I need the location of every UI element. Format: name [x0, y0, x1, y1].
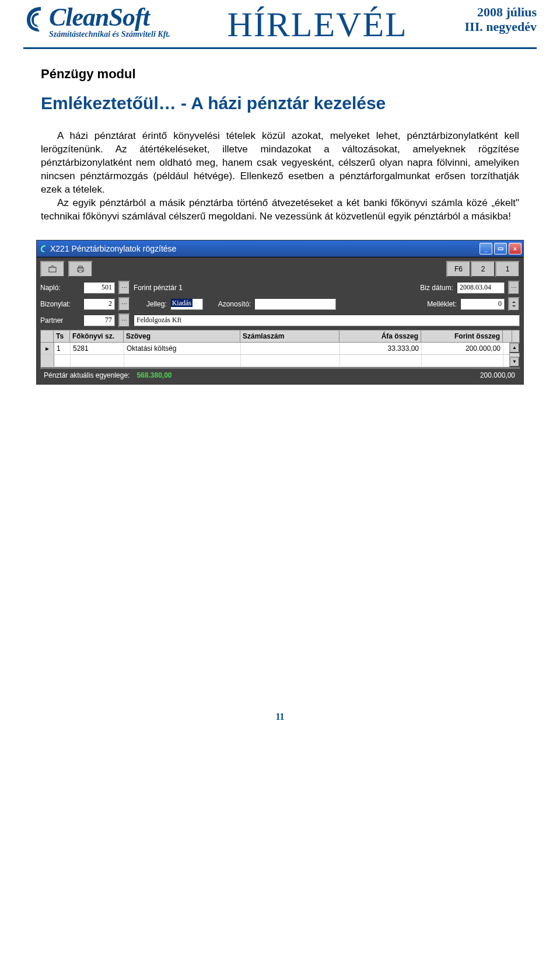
total-value: 200.000,00	[475, 369, 520, 382]
biz-datum-input[interactable]	[457, 282, 505, 294]
naplo-picker[interactable]: ⋯	[118, 281, 130, 295]
scroll-down-icon[interactable]: ▼	[509, 357, 520, 367]
grid-header-scroll	[503, 330, 512, 342]
melleklet-input[interactable]	[460, 298, 505, 310]
cell-ts[interactable]: 1	[54, 343, 71, 354]
view-1-button[interactable]: 1	[495, 261, 520, 277]
grid-header-szoveg[interactable]: Szöveg	[124, 330, 240, 342]
grid-header-marker[interactable]	[41, 330, 54, 342]
issue-info: 2008 július III. negyedév	[465, 5, 537, 34]
page-header: CleanSoft Számítástechnikai és Számvitel…	[23, 0, 537, 49]
bizonylat-input[interactable]	[83, 298, 115, 310]
issue-quarter: III. negyedév	[465, 19, 537, 34]
cell-szamlaszam[interactable]	[241, 343, 340, 354]
grid-header-fokonyvi[interactable]: Főkönyvi sz.	[70, 330, 124, 342]
module-heading: Pénzügy modul	[41, 67, 519, 82]
article-title: Emlékeztetőül… - A házi pénztár kezelése	[41, 93, 519, 113]
row-marker-icon	[41, 355, 54, 367]
brand-name: CleanSoft	[49, 5, 170, 30]
cell-forint[interactable]: 200.000,00	[422, 343, 503, 354]
newsletter-headline: HÍRLEVÉL	[227, 5, 407, 45]
partner-input[interactable]	[83, 315, 115, 326]
azonosito-input[interactable]	[254, 298, 336, 310]
row-marker-icon: ▸	[41, 343, 54, 354]
label-bizonylat: Bizonylat:	[40, 300, 80, 308]
grid-footer: Pénztár aktuális egyenlege: 568.380,00 2…	[40, 368, 520, 382]
balance-value: 568.380,00	[133, 369, 175, 382]
svg-rect-3	[79, 270, 82, 272]
cell-afa[interactable]: 33.333,00	[340, 343, 422, 354]
partner-picker[interactable]: ⋯	[118, 313, 130, 327]
window-titlebar[interactable]: X221 Pénztárbizonylatok rögzítése _ ▭ ×	[37, 240, 523, 257]
table-row[interactable]	[41, 355, 509, 367]
page-number: 11	[0, 712, 560, 722]
grid-header-szamlaszam[interactable]: Számlaszám	[240, 330, 340, 342]
naplo-input[interactable]	[83, 282, 115, 294]
label-jelleg: Jelleg:	[146, 300, 167, 308]
close-button[interactable]: ×	[509, 243, 522, 254]
cell-fokonyvi[interactable]: 5281	[71, 343, 124, 354]
label-naplo: Napló:	[40, 284, 80, 292]
print-button[interactable]	[68, 261, 93, 277]
view-2-button[interactable]: 2	[471, 261, 495, 277]
logo: CleanSoft Számítástechnikai és Számvitel…	[23, 5, 170, 39]
scroll-up-icon[interactable]: ▲	[509, 343, 520, 353]
label-melleklet: Melléklet:	[427, 300, 457, 308]
article-body: Pénzügy modul Emlékeztetőül… - A házi pé…	[41, 67, 519, 224]
paragraph-1: A házi pénztárat érintő könyvelési tétel…	[41, 130, 519, 197]
cell-szoveg[interactable]: Oktatási költség	[124, 343, 241, 354]
melleklet-stepper[interactable]	[508, 297, 520, 311]
label-partner: Partner	[40, 316, 80, 325]
brand-subtitle: Számítástechnikai és Számviteli Kft.	[49, 30, 170, 39]
minimize-button[interactable]: _	[480, 243, 492, 254]
jelleg-select[interactable]: Kiadás	[170, 298, 203, 310]
app-window: X221 Pénztárbizonylatok rögzítése _ ▭ × …	[36, 240, 524, 385]
cleansoft-logo-icon	[23, 5, 47, 33]
bizonylat-picker[interactable]: ⋯	[118, 297, 130, 311]
table-row[interactable]: ▸ 1 5281 Oktatási költség 33.333,00 200.…	[41, 343, 509, 355]
paragraph-2: Az egyik pénztárból a másik pénztárba tö…	[41, 197, 519, 224]
label-biz-datum: Biz dátum:	[420, 284, 453, 292]
issue-date: 2008 július	[465, 5, 537, 19]
f6-button[interactable]: F6	[446, 261, 471, 277]
window-title: X221 Pénztárbizonylatok rögzítése	[48, 244, 480, 253]
grid-header-forint[interactable]: Forint összeg	[421, 330, 503, 342]
toolbar: F6 2 1	[40, 261, 520, 277]
grid-scrollbar[interactable]: ▲ ▼	[509, 343, 519, 367]
maximize-button[interactable]: ▭	[494, 243, 507, 254]
naplo-name: Forint pénztár 1	[134, 284, 285, 292]
app-icon	[38, 244, 48, 253]
tool-button-1[interactable]	[40, 261, 65, 277]
grid-header: Ts Főkönyvi sz. Szöveg Számlaszám Áfa ös…	[41, 330, 519, 343]
partner-name-input[interactable]	[134, 315, 520, 326]
biz-datum-picker[interactable]: ⋯	[508, 281, 520, 295]
details-grid: Ts Főkönyvi sz. Szöveg Számlaszám Áfa ös…	[40, 330, 520, 368]
svg-rect-2	[79, 266, 82, 268]
svg-rect-0	[49, 267, 56, 272]
grid-header-afa[interactable]: Áfa összeg	[340, 330, 421, 342]
balance-label: Pénztár aktuális egyenlege:	[40, 369, 133, 382]
label-azonosito: Azonosító:	[218, 300, 251, 308]
grid-header-ts[interactable]: Ts	[54, 330, 70, 342]
